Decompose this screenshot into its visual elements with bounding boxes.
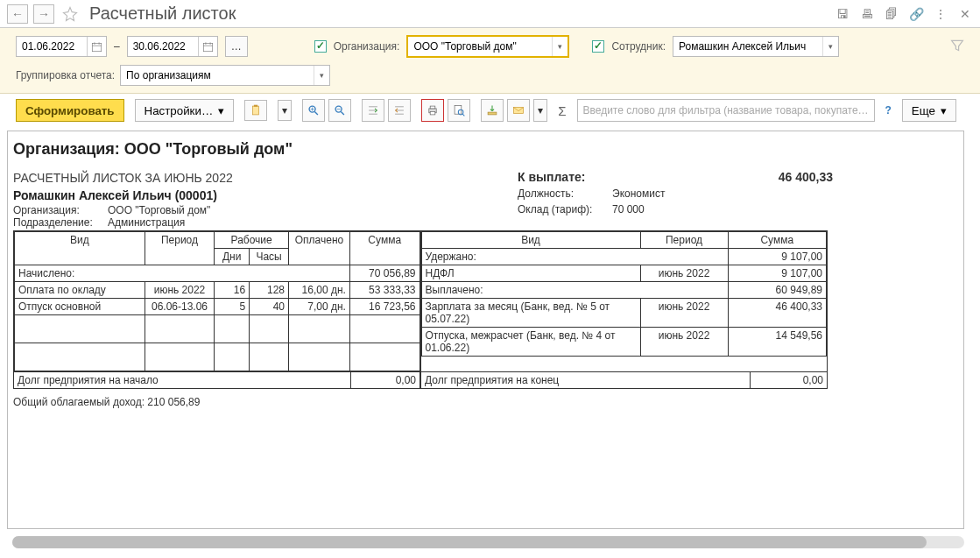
date-picker-button[interactable]: … (225, 36, 248, 57)
svg-rect-8 (253, 106, 259, 115)
date-from-calendar-icon[interactable] (87, 37, 106, 56)
emp-input[interactable] (673, 37, 822, 56)
svg-line-28 (462, 114, 464, 116)
date-to-input[interactable] (128, 37, 198, 56)
report-org-header: Организация: ООО "Торговый дом" (13, 140, 958, 159)
form-report-button[interactable]: Сформировать (16, 99, 124, 122)
nav-back-button[interactable]: ← (7, 4, 28, 24)
print-header-icon[interactable]: 🖶 (859, 6, 875, 22)
org-label: Организация: (334, 40, 400, 53)
emp-dropdown-icon[interactable]: ▾ (822, 37, 838, 56)
svg-rect-24 (430, 106, 435, 109)
print-button[interactable] (421, 99, 444, 122)
zoom-out-button[interactable] (328, 99, 351, 122)
pay-label: К выплате: (518, 170, 665, 184)
collapse-tree-button[interactable] (388, 99, 411, 122)
clipboard-menu-button[interactable]: ▾ (278, 100, 292, 121)
filter-search-input[interactable] (578, 100, 874, 121)
filter-funnel-icon[interactable] (950, 39, 964, 55)
taxable-income: Общий облагаемый доход: 210 056,89 (13, 396, 958, 408)
svg-rect-25 (430, 111, 435, 114)
report-meta-left: Организация:ООО "Торговый дом" Подраздел… (13, 204, 958, 229)
table-row: Отпуска, межрасчет (Банк, вед. № 4 от 01… (421, 328, 827, 357)
org-dropdown-icon[interactable]: ▾ (552, 37, 568, 56)
date-from-input[interactable] (17, 37, 87, 56)
grouping-dropdown-icon[interactable]: ▾ (314, 66, 329, 85)
more-dots-icon[interactable]: ⋮ (933, 6, 948, 22)
horizontal-scrollbar[interactable] (12, 536, 964, 548)
copy-header-icon[interactable]: 🗐 (884, 6, 899, 22)
table-row: Отпуск основной 06.06-13.06 5 40 7,00 дн… (15, 299, 420, 315)
pay-value: 46 400,33 (745, 170, 833, 184)
more-button[interactable]: Еще ▾ (902, 99, 956, 122)
svg-rect-4 (203, 43, 212, 51)
debt-row: Долг предприятия на начало 0,00 Долг пре… (13, 372, 828, 389)
settings-label: Настройки… (145, 104, 214, 117)
report-area: Организация: ООО "Торговый дом" РАСЧЕТНЫ… (7, 131, 964, 529)
email-menu-button[interactable]: ▾ (533, 99, 547, 122)
date-to-field[interactable] (127, 36, 218, 57)
table-row: Зарплата за месяц (Банк, вед. № 5 от 05.… (421, 299, 827, 328)
emp-label: Сотрудник: (611, 40, 666, 53)
page-title: Расчетный листок (89, 4, 236, 24)
table-row: Оплата по окладу июнь 2022 16 128 16,00 … (15, 282, 420, 299)
report-employee-header: Ромашкин Алексей Ильич (00001) (13, 188, 958, 202)
titlebar: ← → Расчетный листок 🖫 🖶 🗐 🔗 ⋮ ✕ (0, 0, 980, 28)
more-label: Еще (912, 104, 935, 117)
nav-forward-button[interactable]: → (33, 4, 54, 24)
date-to-calendar-icon[interactable] (198, 37, 217, 56)
filter-search[interactable] (577, 99, 875, 122)
org-select[interactable]: ▾ (406, 35, 569, 58)
more-caret-icon: ▾ (941, 104, 947, 117)
zoom-in-button[interactable] (302, 99, 325, 122)
settings-button[interactable]: Настройки… ▾ (135, 99, 235, 122)
date-from-field[interactable] (16, 36, 107, 57)
favorite-star-icon[interactable] (60, 4, 81, 24)
sigma-icon[interactable]: Σ (558, 103, 566, 118)
report-meta-right: К выплате: 46 400,33 Должность:Экономист… (518, 170, 665, 215)
withheld-paid-table: Вид Период Сумма Удержано: 9 107,00 НДФЛ… (421, 231, 828, 357)
grouping-label: Группировка отчета: (16, 69, 115, 81)
clipboard-button[interactable] (244, 100, 267, 121)
email-button[interactable] (507, 99, 530, 122)
table-row (15, 343, 420, 371)
expand-tree-button[interactable] (362, 99, 384, 122)
date-separator: – (114, 40, 120, 53)
save-icon[interactable]: 🖫 (835, 6, 850, 22)
emp-checkbox[interactable] (592, 40, 604, 53)
org-checkbox[interactable] (314, 40, 327, 53)
link-icon[interactable]: 🔗 (908, 6, 924, 22)
emp-select[interactable]: ▾ (673, 36, 839, 57)
scrollbar-thumb[interactable] (12, 536, 927, 548)
grouping-select[interactable]: ▾ (120, 65, 330, 86)
accrued-table: Вид Период Рабочие Оплачено Сумма Дни Ча… (14, 231, 420, 371)
svg-line-11 (315, 111, 319, 114)
grouping-input[interactable] (121, 66, 314, 85)
svg-rect-29 (488, 112, 497, 115)
toolbar: Сформировать Настройки… ▾ ▾ (0, 94, 980, 127)
filter-bar: – … Организация: ▾ Сотрудник: ▾ Группиро… (0, 28, 980, 94)
payslip-table: Вид Период Рабочие Оплачено Сумма Дни Ча… (13, 230, 828, 372)
table-row (15, 315, 420, 343)
print-preview-button[interactable] (448, 99, 470, 122)
help-button[interactable]: ? (885, 104, 892, 117)
close-icon[interactable]: ✕ (957, 6, 973, 22)
svg-rect-0 (92, 43, 101, 51)
svg-line-15 (342, 111, 345, 114)
table-row: НДФЛ июнь 2022 9 107,00 (421, 265, 827, 282)
svg-rect-9 (254, 105, 257, 107)
org-input[interactable] (408, 37, 552, 56)
export-button[interactable] (481, 99, 504, 122)
settings-more-icon: ▾ (218, 104, 224, 117)
